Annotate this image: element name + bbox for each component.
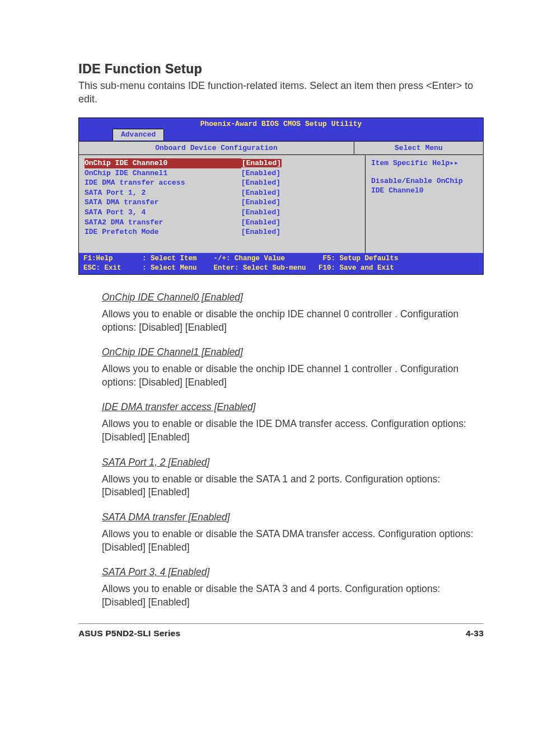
- option-heading: OnChip IDE Channel0 [Enabled]: [102, 292, 484, 303]
- option-heading: OnChip IDE Channel1 [Enabled]: [102, 346, 484, 358]
- option-description: Allows you to enable or disable the SATA…: [102, 583, 484, 609]
- option-heading: IDE DMA transfer access [Enabled]: [102, 401, 484, 413]
- bios-setting-label: OnChip IDE Channel0: [85, 158, 241, 168]
- bios-setting-row: IDE Prefetch Mode [Enabled]: [85, 227, 359, 237]
- option-description: Allows you to enable or disable the onch…: [102, 363, 484, 389]
- bios-key-legend: F1:Help : Select Item -/+: Change Value …: [79, 253, 483, 274]
- bios-setting-label: OnChip IDE Channel1: [85, 168, 241, 179]
- bios-setting-value: [Enabled]: [241, 188, 359, 198]
- bios-help-text: Disable/Enable OnChip: [371, 176, 477, 186]
- option-heading: SATA Port 3, 4 [Enabled]: [102, 566, 484, 578]
- bios-tab-advanced: Advanced: [113, 129, 164, 140]
- bios-help-panel: Item Specific Help▸▸ Disable/Enable OnCh…: [366, 155, 483, 253]
- bios-setting-value: [Enabled]: [241, 227, 359, 237]
- page-footer: ASUS P5ND2-SLI Series 4-33: [78, 623, 484, 638]
- bios-setting-value: [Enabled]: [241, 208, 359, 218]
- bios-setting-value: [Enabled]: [241, 168, 359, 179]
- bios-setting-row: IDE DMA transfer access [Enabled]: [85, 178, 359, 188]
- document-page: IDE Function Setup This sub-menu contain…: [0, 0, 534, 660]
- bios-setting-label: SATA Port 3, 4: [85, 208, 241, 218]
- option-description: Allows you to enable or disable the SATA…: [102, 473, 484, 499]
- option-description: Allows you to enable or disable the onch…: [102, 308, 484, 334]
- bios-screenshot: Phoenix-Award BIOS CMOS Setup Utility Ad…: [78, 118, 484, 275]
- bios-setting-label: SATA2 DMA transfer: [85, 218, 241, 228]
- option-description: Allows you to enable or disable the IDE …: [102, 417, 484, 444]
- arrows-icon: ▸▸: [449, 159, 458, 167]
- bios-setting-label: IDE Prefetch Mode: [85, 227, 241, 237]
- bios-setting-row: SATA2 DMA transfer [Enabled]: [85, 218, 359, 228]
- bios-body: OnChip IDE Channel0 [Enabled] OnChip IDE…: [79, 155, 483, 253]
- option-heading: SATA DMA transfer [Enabled]: [102, 511, 484, 523]
- bios-help-title-bar: Select Menu: [354, 142, 483, 155]
- option-description: Allows you to enable or disable the SATA…: [102, 528, 484, 554]
- section-heading: IDE Function Setup: [78, 62, 484, 77]
- bios-setting-value: [Enabled]: [241, 198, 359, 208]
- footer-page-number: 4-33: [466, 628, 484, 638]
- bios-setting-label: SATA Port 1, 2: [85, 188, 241, 198]
- bios-setting-value: [Enabled]: [241, 158, 359, 168]
- option-heading: SATA Port 1, 2 [Enabled]: [102, 457, 484, 468]
- bios-settings-list: OnChip IDE Channel0 [Enabled] OnChip IDE…: [79, 155, 366, 253]
- bios-setting-value: [Enabled]: [241, 218, 359, 228]
- bios-tab-bar: Advanced: [79, 129, 483, 141]
- intro-paragraph: This sub-menu contains IDE function-rela…: [78, 79, 484, 106]
- bios-setting-row: OnChip IDE Channel0 [Enabled]: [85, 158, 359, 168]
- bios-setting-row: SATA Port 1, 2 [Enabled]: [85, 188, 359, 198]
- bios-setting-row: OnChip IDE Channel1 [Enabled]: [85, 168, 359, 179]
- content-block: OnChip IDE Channel0 [Enabled] Allows you…: [78, 292, 484, 609]
- bios-setting-label: IDE DMA transfer access: [85, 178, 241, 188]
- spacer: [371, 168, 477, 176]
- bios-setting-value: [Enabled]: [241, 178, 359, 188]
- bios-subheader: Onboard Device Configuration Select Menu: [79, 141, 483, 156]
- bios-setting-row: SATA Port 3, 4 [Enabled]: [85, 208, 359, 218]
- bios-help-text: IDE Channel0: [371, 186, 477, 196]
- footer-product-name: ASUS P5ND2-SLI Series: [78, 628, 180, 638]
- bios-panel-title: Onboard Device Configuration: [79, 142, 354, 155]
- bios-setting-label: SATA DMA transfer: [85, 198, 241, 208]
- bios-help-heading: Item Specific Help▸▸: [371, 158, 477, 168]
- bios-utility-title: Phoenix-Award BIOS CMOS Setup Utility: [79, 118, 483, 129]
- bios-setting-row: SATA DMA transfer [Enabled]: [85, 198, 359, 208]
